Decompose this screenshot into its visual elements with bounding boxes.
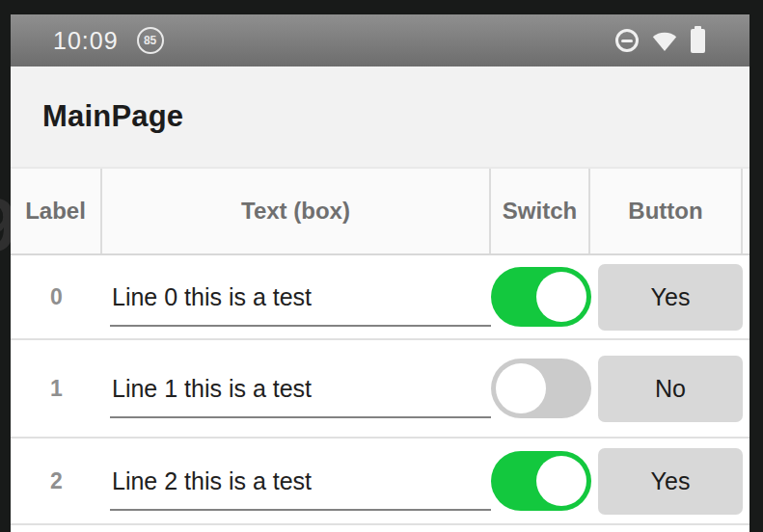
- column-header-text: Text (box): [102, 169, 491, 253]
- row-action-button[interactable]: Yes: [598, 264, 743, 331]
- table-row: 2 Yes: [11, 439, 749, 525]
- wifi-icon: [651, 28, 678, 53]
- row-label: 2: [11, 468, 102, 494]
- text-cell: [102, 458, 491, 504]
- text-cell: [102, 365, 491, 412]
- status-bar-right: [615, 28, 749, 53]
- status-bar: 10:09 85: [11, 14, 749, 66]
- switch-thumb: [496, 363, 546, 413]
- switch-thumb: [536, 272, 586, 322]
- page-title: MainPage: [42, 99, 183, 134]
- row-label: 0: [11, 284, 102, 310]
- switch-cell: [491, 359, 590, 418]
- do-not-disturb-icon: [615, 29, 639, 52]
- column-header-switch: Switch: [491, 169, 590, 253]
- status-time: 10:09: [53, 27, 119, 55]
- button-cell: Yes: [590, 448, 743, 515]
- text-input[interactable]: [110, 280, 491, 327]
- text-cell: [102, 274, 491, 320]
- toggle-switch[interactable]: [491, 267, 591, 327]
- switch-cell: [491, 267, 590, 327]
- table-row: 1 No: [11, 340, 749, 439]
- device-screen: 10:09 85 MainPage Label Text (box) Switc…: [11, 14, 749, 532]
- status-bar-left: 10:09 85: [11, 27, 615, 55]
- battery-icon: [691, 29, 705, 53]
- battery-percent-icon: 85: [137, 27, 164, 54]
- text-input[interactable]: [110, 372, 491, 418]
- row-label: 1: [11, 376, 102, 402]
- toggle-switch[interactable]: [491, 451, 591, 511]
- row-action-button[interactable]: No: [598, 356, 743, 422]
- button-cell: No: [590, 356, 743, 422]
- table-row: 0 Yes: [11, 255, 749, 340]
- switch-thumb: [536, 456, 586, 506]
- column-header-filler: [743, 169, 749, 253]
- switch-cell: [491, 451, 590, 511]
- table-header: Label Text (box) Switch Button: [11, 167, 749, 255]
- app-bar: MainPage: [11, 66, 749, 167]
- toggle-switch[interactable]: [491, 359, 591, 418]
- column-header-button: Button: [590, 169, 743, 253]
- row-action-button[interactable]: Yes: [598, 448, 743, 515]
- button-cell: Yes: [590, 264, 743, 331]
- text-input[interactable]: [110, 465, 491, 511]
- column-header-label: Label: [11, 169, 102, 253]
